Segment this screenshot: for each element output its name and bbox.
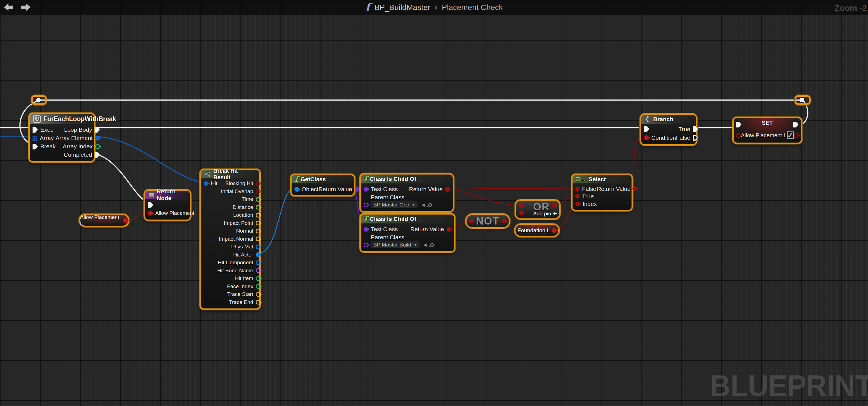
node-class-is-child-of-grid[interactable]: f Class Is Child Of Test Class Return Va… [361, 174, 453, 211]
use-selected-icon[interactable]: ◄ [422, 242, 428, 248]
pin-returnvalue-out[interactable] [355, 187, 360, 192]
pin-hititem-out[interactable] [256, 276, 260, 281]
function-f-icon: f [364, 175, 367, 182]
pin-allowplacement-in[interactable] [148, 211, 153, 216]
parent-class-dropdown[interactable]: BP Master Grid▼ [371, 201, 418, 208]
pin-hitactor-out[interactable] [256, 252, 260, 257]
pin-exec-in[interactable] [33, 127, 38, 133]
pin-faceindex-out[interactable] [256, 284, 260, 289]
bool-default-checkbox[interactable]: ✓ [787, 131, 794, 139]
pin-impactnormal-out[interactable] [256, 236, 260, 241]
pin-label: Array Index [63, 143, 93, 150]
pin-in[interactable] [469, 219, 473, 224]
pin-initialoverlap-out[interactable] [256, 189, 260, 194]
browse-icon[interactable] [430, 243, 434, 247]
pin-label: Impact Normal [219, 236, 253, 242]
node-or[interactable]: OR Add pin+ [516, 201, 559, 218]
pin-traceend-out[interactable] [256, 300, 260, 305]
chevron-down-icon: ▼ [412, 203, 416, 207]
pin-value-in[interactable] [736, 133, 741, 138]
pin-label: False [582, 185, 596, 192]
node-break-hit-result[interactable]: Break Hit Result Hit Blocking Hit Initia… [201, 170, 259, 308]
pin-index-in[interactable] [575, 201, 580, 206]
pin-false-in[interactable] [575, 186, 580, 192]
reroute-node-right[interactable] [795, 95, 811, 105]
breadcrumb-blueprint[interactable]: BP_BuildMaster [374, 3, 430, 12]
node-get-foundation[interactable]: Foundation L [516, 225, 558, 236]
pin-break-in[interactable] [33, 144, 38, 149]
pin-value-out[interactable] [794, 133, 799, 138]
pin-hitbonename-out[interactable] [256, 268, 260, 273]
pin-physmat-out[interactable] [256, 244, 260, 249]
pin-label: Blocking Hit [225, 180, 253, 187]
parent-class-dropdown[interactable]: BP Master Build▼ [371, 241, 420, 248]
node-return[interactable]: Return Node Allow Placement [145, 191, 190, 219]
pin-location-out[interactable] [256, 213, 260, 217]
pin-completed-out[interactable] [95, 152, 100, 158]
node-get-allow-placement[interactable]: Allow Placement L [80, 215, 128, 226]
pin-true-in[interactable] [575, 194, 580, 199]
pin-in-1[interactable] [519, 203, 524, 208]
pin-exec-in[interactable] [148, 202, 153, 208]
pin-parentclass-in[interactable] [364, 203, 368, 207]
node-class-is-child-of-build[interactable]: f Class Is Child Of Test Class Return Va… [361, 214, 454, 251]
pin-label: Return Value [410, 226, 444, 233]
pin-false-out[interactable] [693, 135, 698, 141]
pin-true-out[interactable] [693, 126, 698, 132]
pin-object-in[interactable] [294, 187, 299, 192]
node-not[interactable]: NOT [467, 215, 509, 227]
pin-hitcomponent-out[interactable] [256, 260, 260, 265]
pin-label: Return Value [597, 185, 630, 192]
pin-value-out[interactable] [123, 218, 128, 223]
browse-icon[interactable] [428, 203, 432, 207]
pin-arrayelement-out[interactable] [95, 136, 100, 141]
pin-distance-out[interactable] [256, 205, 260, 209]
pin-returnvalue-out[interactable] [632, 186, 638, 192]
pin-testclass-in[interactable] [364, 227, 368, 232]
breadcrumb-graph[interactable]: Placement Check [442, 3, 503, 12]
pin-condition-in[interactable] [644, 135, 649, 140]
pin-parentclass-in[interactable] [364, 243, 368, 247]
pin-testclass-in[interactable] [364, 187, 368, 192]
pin-label: Exec [40, 127, 54, 133]
back-arrow-icon[interactable] [4, 3, 13, 12]
graph-title-bar: f BP_BuildMaster › Placement Check [0, 0, 868, 15]
pin-tracestart-out[interactable] [256, 292, 260, 297]
pin-in-2[interactable] [519, 210, 524, 215]
pin-label: Hit Item [235, 275, 253, 281]
pin-hit-in[interactable] [204, 181, 208, 186]
pin-label: Completed [64, 151, 92, 158]
checkmark-icon: ✓ [787, 131, 793, 139]
pin-out[interactable] [552, 203, 556, 207]
node-getclass[interactable]: f GetClass Object Return Value [291, 175, 354, 195]
forward-arrow-icon[interactable] [21, 3, 31, 12]
pin-time-out[interactable] [256, 197, 260, 202]
pin-label: Location [233, 212, 253, 218]
node-foreachloopwithbreak[interactable]: ↻ ForEachLoopWithBreak Exec Array Break … [30, 114, 94, 161]
use-selected-icon[interactable]: ◄ [421, 202, 426, 208]
pin-label: Hit Bone Name [217, 268, 253, 274]
pin-returnvalue-out[interactable] [445, 187, 450, 192]
reroute-node-left[interactable] [31, 95, 47, 105]
pin-impactpoint-out[interactable] [256, 221, 260, 225]
node-title: Return Node [157, 188, 186, 201]
pin-normal-out[interactable] [256, 229, 260, 233]
branch-icon [645, 116, 651, 122]
pin-returnvalue-out[interactable] [446, 227, 451, 232]
node-branch[interactable]: Branch Condition True False [641, 115, 696, 144]
pin-label: False [676, 135, 690, 141]
node-set-allow-placement[interactable]: SET Allow Placement L ✓ [734, 118, 801, 142]
pin-out[interactable] [502, 219, 506, 224]
pin-blockinghit-out[interactable] [256, 181, 260, 186]
node-title: SET [734, 120, 801, 126]
pin-exec-in[interactable] [644, 126, 649, 132]
pin-label: Impact Point [224, 220, 253, 226]
pin-arrayindex-out[interactable] [95, 144, 100, 149]
pin-array-in[interactable] [33, 136, 37, 141]
pin-value-out[interactable] [552, 228, 556, 233]
add-pin-button[interactable]: Add pin+ [533, 209, 557, 218]
pin-loopbody-out[interactable] [95, 127, 100, 133]
node-select[interactable]: Ǝ→ Select False True Index Return Value [572, 175, 631, 210]
reroute-pin[interactable] [36, 98, 41, 103]
reroute-pin[interactable] [800, 98, 804, 103]
